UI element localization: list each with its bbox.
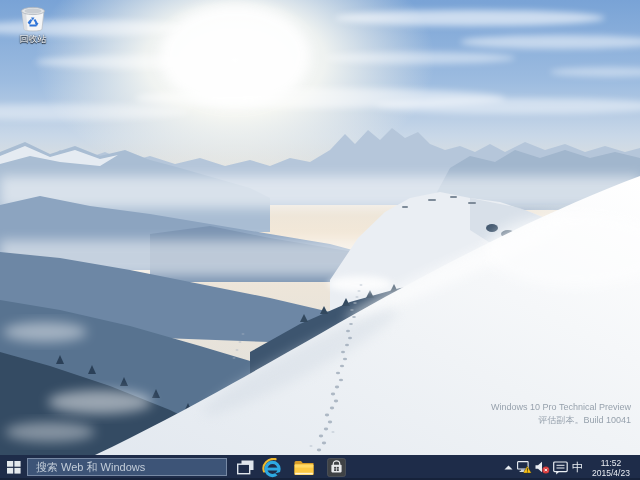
- taskbar: 中 11:52 2015/4/23: [0, 455, 640, 480]
- recycle-bin-label: 回收站: [10, 34, 56, 45]
- system-tray: 中 11:52 2015/4/23: [502, 455, 640, 480]
- recycle-bin-icon: [17, 3, 49, 33]
- chevron-up-icon: [504, 465, 513, 470]
- recycle-bin[interactable]: 回收站: [10, 3, 56, 45]
- file-explorer-icon: [294, 460, 314, 476]
- action-center-button[interactable]: [551, 455, 569, 480]
- show-hidden-icons-button[interactable]: [502, 455, 515, 480]
- volume-status-button[interactable]: [533, 455, 551, 480]
- internet-explorer-icon: [262, 458, 283, 478]
- network-warning-icon: [517, 461, 532, 474]
- taskbar-search-box: [27, 458, 227, 476]
- watermark-line1: Windows 10 Pro Technical Preview: [491, 401, 631, 414]
- action-center-icon: [553, 461, 568, 475]
- language-indicator[interactable]: 中: [569, 455, 586, 480]
- windows-store-button[interactable]: [322, 455, 350, 480]
- clock-time: 11:52: [592, 458, 630, 468]
- wallpaper-image: [0, 0, 640, 455]
- file-explorer-button[interactable]: [290, 455, 318, 480]
- search-input[interactable]: [28, 461, 226, 473]
- task-view-button[interactable]: [232, 455, 258, 480]
- desktop: 回收站 Windows 10 Pro Technical Preview 评估副…: [0, 0, 640, 455]
- internet-explorer-button[interactable]: [258, 455, 286, 480]
- start-button[interactable]: [0, 455, 27, 480]
- taskbar-clock[interactable]: 11:52 2015/4/23: [586, 455, 636, 480]
- build-watermark: Windows 10 Pro Technical Preview 评估副本。Bu…: [491, 401, 631, 427]
- windows-logo-icon: [7, 461, 21, 474]
- clock-date: 2015/4/23: [592, 468, 630, 478]
- windows-store-icon: [327, 458, 346, 477]
- volume-error-icon: [535, 461, 550, 474]
- watermark-line2: 评估副本。Build 10041: [491, 414, 631, 427]
- task-view-icon: [237, 460, 254, 475]
- network-status-button[interactable]: [515, 455, 533, 480]
